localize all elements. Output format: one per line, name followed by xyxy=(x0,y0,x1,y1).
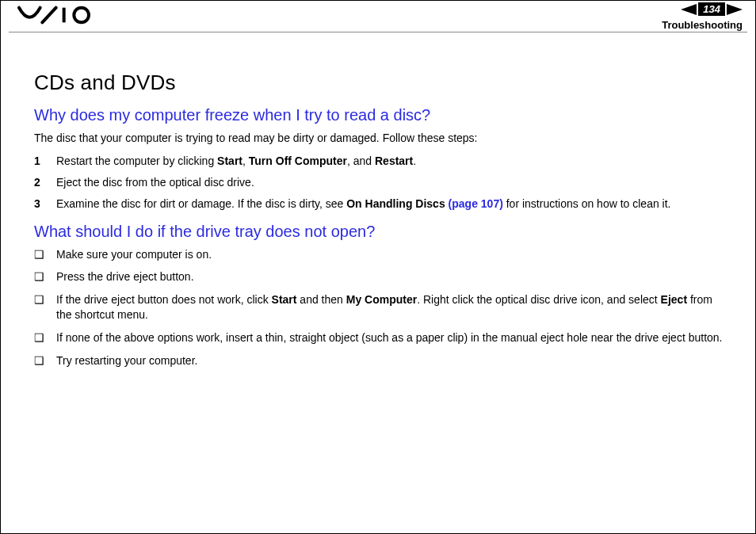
text-run: , xyxy=(242,154,249,167)
svg-marker-2 xyxy=(681,4,697,15)
step-text: Examine the disc for dirt or damage. If … xyxy=(56,196,728,212)
text-run: and then xyxy=(296,293,346,306)
question-heading: What should I do if the drive tray does … xyxy=(34,223,728,241)
list-item: 2 Eject the disc from the optical disc d… xyxy=(34,175,728,190)
list-item: ❑ If the drive eject button does not wor… xyxy=(34,292,728,322)
svg-rect-0 xyxy=(63,8,66,23)
intro-paragraph: The disc that your computer is trying to… xyxy=(34,131,728,146)
step-text: Restart the computer by clicking Start, … xyxy=(56,154,728,169)
list-item: ❑ If none of the above options work, ins… xyxy=(34,330,728,345)
bullet-text: If the drive eject button does not work,… xyxy=(56,292,728,322)
page-content: CDs and DVDs Why does my computer freeze… xyxy=(1,32,755,384)
text-run: Restart the computer by clicking xyxy=(56,154,217,167)
bullet-icon: ❑ xyxy=(34,269,56,284)
page-navigation: 134 Troubleshooting xyxy=(662,2,743,31)
page-header: 134 Troubleshooting xyxy=(9,1,747,32)
step-number: 3 xyxy=(34,196,56,212)
text-run: , and xyxy=(347,154,375,167)
page-number: 134 xyxy=(698,2,725,16)
list-item: ❑ Try restarting your computer. xyxy=(34,353,728,368)
bullet-text: Try restarting your computer. xyxy=(56,353,728,368)
bullet-icon: ❑ xyxy=(34,353,56,368)
step-text: Eject the disc from the optical disc dri… xyxy=(56,175,728,190)
text-run: . Right click the optical disc drive ico… xyxy=(417,293,660,306)
bold-run: Eject xyxy=(661,293,687,306)
step-number: 1 xyxy=(34,154,56,169)
prev-page-arrow-icon[interactable] xyxy=(681,4,697,15)
bullet-icon: ❑ xyxy=(34,247,56,262)
svg-point-1 xyxy=(74,8,89,23)
bullet-text: If none of the above options work, inser… xyxy=(56,330,728,345)
bold-run: Turn Off Computer xyxy=(249,154,347,167)
step-number: 2 xyxy=(34,175,56,190)
page-number-widget: 134 xyxy=(681,2,743,16)
checklist: ❑ Make sure your computer is on. ❑ Press… xyxy=(34,247,728,368)
list-item: ❑ Press the drive eject button. xyxy=(34,269,728,284)
bold-run: Start xyxy=(217,154,242,167)
bullet-icon: ❑ xyxy=(34,330,56,345)
bullet-text: Make sure your computer is on. xyxy=(56,247,728,262)
text-run: If the drive eject button does not work,… xyxy=(56,293,272,306)
bold-run: My Computer xyxy=(346,293,417,306)
svg-marker-3 xyxy=(727,4,743,15)
text-run: Examine the disc for dirt or damage. If … xyxy=(56,197,346,210)
page-title: CDs and DVDs xyxy=(34,71,728,95)
section-label: Troubleshooting xyxy=(662,19,743,31)
list-item: ❑ Make sure your computer is on. xyxy=(34,247,728,262)
text-run: for instructions on how to clean it. xyxy=(503,197,671,210)
bold-run: On Handling Discs xyxy=(346,197,448,210)
numbered-steps: 1 Restart the computer by clicking Start… xyxy=(34,154,728,212)
bullet-text: Press the drive eject button. xyxy=(56,269,728,284)
page-link[interactable]: (page 107) xyxy=(449,197,503,210)
document-page: 134 Troubleshooting CDs and DVDs Why doe… xyxy=(0,0,756,534)
bold-run: Start xyxy=(272,293,297,306)
question-heading: Why does my computer freeze when I try t… xyxy=(34,106,728,124)
next-page-arrow-icon[interactable] xyxy=(727,4,743,15)
list-item: 1 Restart the computer by clicking Start… xyxy=(34,154,728,169)
bold-run: Restart xyxy=(375,154,413,167)
bullet-icon: ❑ xyxy=(34,292,56,307)
vaio-logo-icon xyxy=(17,6,104,25)
list-item: 3 Examine the disc for dirt or damage. I… xyxy=(34,196,728,212)
text-run: . xyxy=(413,154,416,167)
